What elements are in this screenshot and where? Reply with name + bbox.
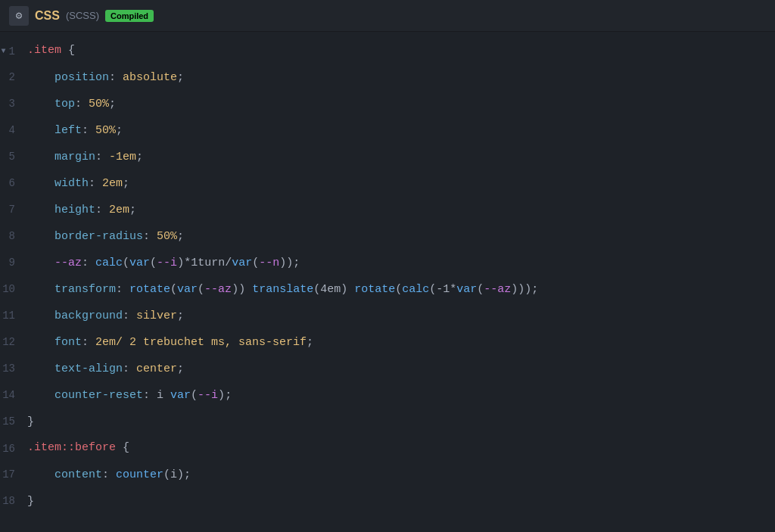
line-content: transform: rotate(var(--az)) translate(4… [24,277,538,303]
code-token: transform [54,283,116,296]
code-token: : [82,257,95,269]
line-number: 14 [0,382,24,408]
code-line: ▼16.item::before { [0,435,775,462]
code-token [27,230,54,243]
line-content: position: absolute; [24,65,184,91]
code-token: 2em [102,177,123,190]
line-content: --az: calc(var(--i)*1turn/var(--n)); [24,250,300,276]
line-number: 7 [0,197,24,222]
code-token: : [143,230,157,243]
line-content: counter-reset: i var(--i); [24,383,232,409]
code-token: : [123,310,136,322]
code-token [27,71,54,84]
gear-icon[interactable]: ⚙ [9,6,29,26]
line-number: ▼1 [0,39,24,64]
code-token [27,257,54,269]
code-token: : [89,177,102,190]
code-token: rotate [129,283,170,296]
line-number: 5 [0,144,24,170]
fold-arrow-icon[interactable]: ▼ [2,39,6,64]
code-line: 18} [0,488,775,515]
code-token: : [109,71,123,84]
code-token: 2em [109,204,129,216]
code-token: ( [170,283,177,296]
code-token: ( [150,257,157,269]
code-line: 2 position: absolute; [0,64,775,91]
code-token: silver [136,310,177,322]
line-number: 3 [0,91,24,117]
code-token: --az [484,283,511,296]
code-token: content [54,468,102,481]
code-token [27,336,54,349]
code-token: ( [477,283,484,296]
code-token: 2em/ 2 trebuchet ms, sans-serif [95,336,307,349]
code-token [27,362,54,375]
code-token: ( [123,257,129,269]
code-token: rotate [354,283,395,296]
code-token [27,98,54,110]
code-token: top [54,98,75,110]
compiled-badge: Compiled [105,10,154,22]
line-number: 17 [0,462,24,487]
line-content: } [24,489,34,515]
line-number: 15 [0,409,24,434]
code-token: font [54,336,82,349]
code-token [27,389,54,402]
code-token: 50% [95,124,116,137]
line-content: .item::before { [24,435,129,461]
code-token: width [54,177,89,190]
code-token: border-radius [54,230,143,243]
code-token: ; [109,98,116,110]
code-token: --n [259,257,279,269]
code-token: .item::before [27,441,116,454]
code-line: 17 content: counter(i); [0,462,775,488]
code-line: 7 height: 2em; [0,197,775,223]
app-window: ⚙ CSS (SCSS) Compiled ▼1.item {2 positio… [0,0,775,521]
code-token: )*1turn/ [177,257,232,269]
code-token: -1em [109,151,136,163]
code-token: ; [116,124,123,137]
code-token: : [95,204,109,216]
line-content: width: 2em; [24,171,129,197]
code-token [27,151,54,163]
code-token: : [95,151,109,163]
code-editor: ▼1.item {2 position: absolute;3 top: 50%… [0,32,775,521]
line-content: left: 50%; [24,118,123,144]
code-token: center [136,362,177,375]
line-number: 8 [0,223,24,249]
line-number: 2 [0,64,24,90]
code-token: (-1* [429,283,456,296]
line-content: } [24,409,34,435]
line-content: top: 50%; [24,92,116,117]
code-line: 15} [0,409,775,435]
code-token: : [82,336,95,349]
code-token: ( [198,283,204,296]
code-token [27,177,54,190]
code-token: var [456,283,477,296]
code-token: } [27,495,34,508]
code-token: ; [225,389,232,402]
header-title: CSS [35,9,60,23]
line-number: ▼16 [0,436,24,462]
code-token: translate [252,283,313,296]
code-token: calc [402,283,429,296]
code-token: absolute [123,71,177,84]
code-token: position [54,71,109,84]
code-token: var [232,257,252,269]
code-token: { [61,44,75,57]
code-token: : [123,362,136,375]
code-token [27,310,54,322]
code-token: margin [54,151,95,163]
code-token: (4em) [313,283,354,296]
code-token: counter [116,468,163,481]
code-token: ; [136,151,143,163]
code-token: { [116,441,129,454]
code-token: ; [177,362,184,375]
code-line: ▼1.item { [0,38,775,64]
code-token: : [82,124,95,137]
code-token: var [177,283,198,296]
header-bar: ⚙ CSS (SCSS) Compiled [0,0,775,32]
code-token [27,124,54,137]
code-token: --az [54,257,82,269]
code-token: : [75,98,89,110]
